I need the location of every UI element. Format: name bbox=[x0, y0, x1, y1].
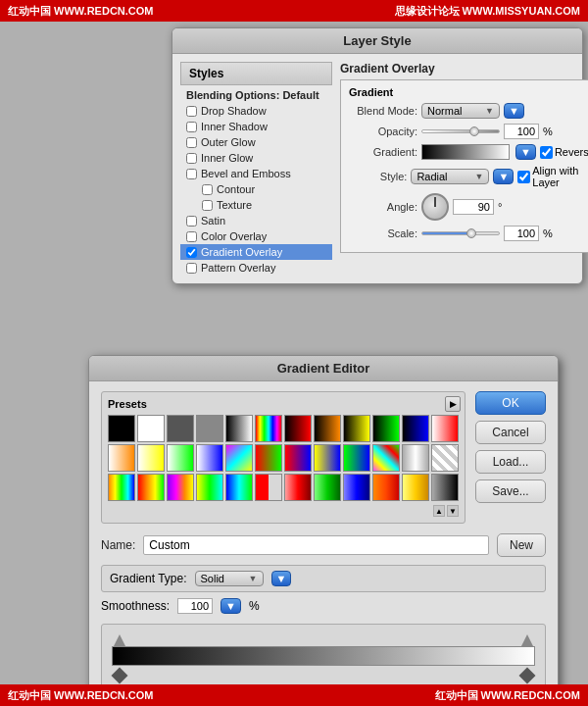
swatch[interactable] bbox=[225, 444, 253, 472]
pattern-overlay-item[interactable]: Pattern Overlay bbox=[180, 260, 332, 276]
ok-button[interactable]: OK bbox=[475, 391, 546, 415]
styles-header[interactable]: Styles bbox=[180, 62, 332, 85]
swatch[interactable] bbox=[196, 474, 223, 501]
presets-expand-btn[interactable]: ▶ bbox=[445, 396, 461, 412]
swatch[interactable] bbox=[343, 474, 370, 501]
gradient-row: Gradient: ▼ Reverse bbox=[349, 144, 588, 160]
inner-glow-check[interactable] bbox=[186, 153, 197, 164]
gradient-type-label: Gradient Type: bbox=[110, 572, 187, 585]
contour-item[interactable]: Contour bbox=[180, 181, 332, 197]
swatch[interactable] bbox=[431, 415, 459, 442]
swatch[interactable] bbox=[284, 474, 312, 501]
gradient-arrow[interactable]: ▼ bbox=[515, 144, 536, 160]
scroll-down-arrow[interactable]: ▼ bbox=[447, 505, 459, 517]
color-overlay-check[interactable] bbox=[186, 231, 197, 242]
outer-glow-check[interactable] bbox=[186, 137, 197, 148]
gradient-preview[interactable] bbox=[421, 144, 510, 160]
reverse-check[interactable] bbox=[540, 146, 553, 159]
outer-glow-item[interactable]: Outer Glow bbox=[180, 134, 332, 150]
opacity-slider[interactable] bbox=[421, 129, 500, 133]
gradient-overlay-item[interactable]: Gradient Overlay bbox=[180, 244, 332, 260]
swatch[interactable] bbox=[402, 474, 429, 501]
drop-shadow-check[interactable] bbox=[186, 106, 197, 117]
swatch[interactable] bbox=[372, 415, 400, 442]
swatch[interactable] bbox=[314, 444, 341, 472]
satin-item[interactable]: Satin bbox=[180, 213, 332, 228]
top-stop-area bbox=[112, 632, 535, 646]
load-button[interactable]: Load... bbox=[475, 450, 546, 474]
contour-check[interactable] bbox=[202, 184, 213, 195]
bevel-emboss-check[interactable] bbox=[186, 169, 197, 179]
reverse-checkbox-row: Reverse bbox=[540, 146, 588, 159]
swatch[interactable] bbox=[314, 474, 341, 501]
scale-slider[interactable] bbox=[421, 231, 500, 235]
angle-input[interactable] bbox=[453, 199, 494, 215]
scale-input[interactable] bbox=[504, 226, 539, 241]
smoothness-arrow[interactable]: ▼ bbox=[220, 598, 241, 614]
swatch[interactable] bbox=[284, 444, 312, 472]
top-stop-right[interactable] bbox=[521, 634, 533, 646]
top-stop-left[interactable] bbox=[114, 634, 125, 646]
swatch[interactable] bbox=[255, 474, 282, 501]
name-input[interactable] bbox=[143, 535, 489, 555]
swatch[interactable] bbox=[167, 444, 194, 472]
swatch[interactable] bbox=[402, 444, 429, 472]
swatch[interactable] bbox=[137, 444, 165, 472]
swatch[interactable] bbox=[167, 474, 194, 501]
swatch[interactable] bbox=[108, 444, 135, 472]
swatch[interactable] bbox=[402, 415, 429, 442]
opacity-input[interactable] bbox=[504, 124, 539, 139]
gradient-bar[interactable] bbox=[112, 646, 535, 666]
blend-mode-blue-arrow[interactable]: ▼ bbox=[504, 103, 524, 119]
style-select[interactable]: Radial ▼ bbox=[411, 169, 489, 184]
swatch[interactable] bbox=[284, 415, 312, 442]
color-overlay-item[interactable]: Color Overlay bbox=[180, 228, 332, 244]
gradient-type-arrow[interactable]: ▼ bbox=[271, 571, 292, 586]
satin-check[interactable] bbox=[186, 216, 197, 227]
inner-glow-item[interactable]: Inner Glow bbox=[180, 150, 332, 166]
align-layer-check[interactable] bbox=[517, 171, 530, 183]
gradient-type-select[interactable]: Solid ▼ bbox=[195, 571, 264, 586]
bottom-stop-left[interactable] bbox=[112, 668, 128, 684]
blending-options-item[interactable]: Blending Options: Default bbox=[180, 87, 332, 103]
swatch[interactable] bbox=[372, 474, 400, 501]
opacity-label: Opacity: bbox=[349, 126, 417, 137]
gradient-overlay-check[interactable] bbox=[186, 247, 197, 258]
inner-shadow-check[interactable] bbox=[186, 122, 197, 132]
swatch[interactable] bbox=[343, 415, 370, 442]
cancel-button[interactable]: Cancel bbox=[475, 421, 546, 444]
save-button[interactable]: Save... bbox=[475, 479, 546, 503]
swatch[interactable] bbox=[137, 415, 165, 442]
swatch[interactable] bbox=[314, 415, 341, 442]
swatch[interactable] bbox=[431, 444, 459, 472]
blend-mode-select[interactable]: Normal ▼ bbox=[421, 103, 500, 119]
swatch[interactable] bbox=[255, 444, 282, 472]
new-button[interactable]: New bbox=[497, 533, 546, 557]
scroll-up-arrow[interactable]: ▲ bbox=[433, 505, 445, 517]
bottom-stop-area bbox=[112, 668, 535, 685]
swatch[interactable] bbox=[225, 415, 253, 442]
style-arrow[interactable]: ▼ bbox=[493, 169, 514, 184]
swatch[interactable] bbox=[108, 474, 135, 501]
style-row: Style: Radial ▼ ▼ Align with Layer bbox=[349, 165, 588, 188]
texture-check[interactable] bbox=[202, 200, 213, 211]
swatch[interactable] bbox=[431, 474, 459, 501]
swatch[interactable] bbox=[225, 474, 253, 501]
smoothness-input[interactable] bbox=[177, 598, 213, 614]
swatch[interactable] bbox=[196, 444, 223, 472]
swatch[interactable] bbox=[137, 474, 165, 501]
bevel-emboss-item[interactable]: Bevel and Emboss bbox=[180, 166, 332, 181]
drop-shadow-item[interactable]: Drop Shadow bbox=[180, 103, 332, 119]
swatch[interactable] bbox=[372, 444, 400, 472]
bottom-stop-right[interactable] bbox=[519, 668, 536, 684]
swatch[interactable] bbox=[343, 444, 370, 472]
align-layer-row: Align with Layer bbox=[517, 165, 588, 188]
swatch[interactable] bbox=[255, 415, 282, 442]
swatch[interactable] bbox=[108, 415, 135, 442]
swatch[interactable] bbox=[196, 415, 223, 442]
texture-item[interactable]: Texture bbox=[180, 197, 332, 213]
angle-dial[interactable] bbox=[421, 193, 449, 221]
inner-shadow-item[interactable]: Inner Shadow bbox=[180, 119, 332, 134]
pattern-overlay-check[interactable] bbox=[186, 263, 197, 274]
swatch[interactable] bbox=[167, 415, 194, 442]
